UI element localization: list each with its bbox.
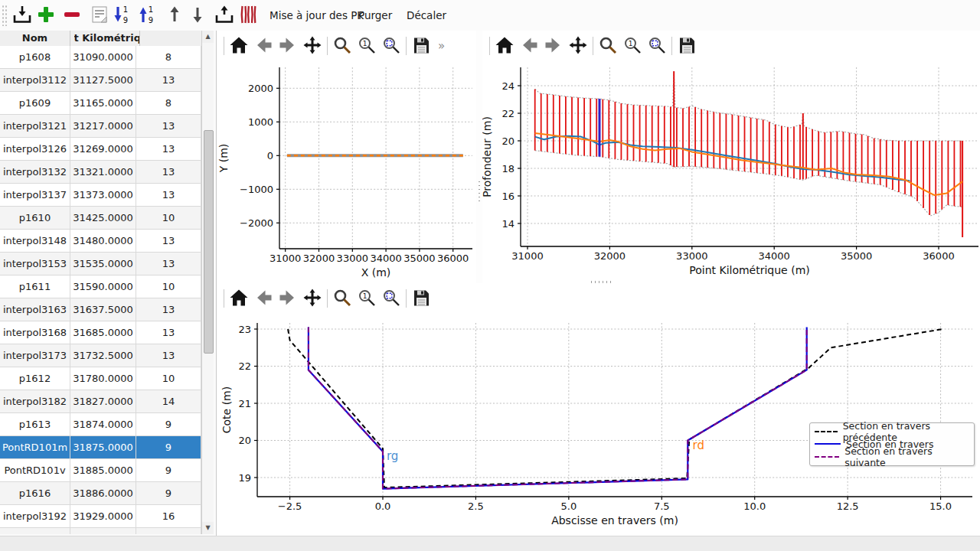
table-row-interpol3132[interactable]: interpol313231321.000013 xyxy=(0,161,201,184)
zoom-button[interactable] xyxy=(596,34,620,58)
form-button[interactable] xyxy=(88,4,111,27)
table-row-p1613[interactable]: p161331874.00009 xyxy=(0,413,201,436)
table-row-interpol3137[interactable]: interpol313731373.000013 xyxy=(0,184,201,207)
table-row-empty[interactable] xyxy=(0,528,201,534)
table-row-PontRD101v[interactable]: PontRD101v31885.00009 xyxy=(0,459,201,482)
zoom-one-button[interactable]: 1 xyxy=(354,34,379,58)
forward-button[interactable] xyxy=(541,34,566,58)
cell-points: 10 xyxy=(136,207,201,230)
vertical-splitter[interactable] xyxy=(476,31,482,283)
zoom-rect-button[interactable] xyxy=(379,286,403,311)
sections-panel: Nom t Kilométriqu Points p160831090.0000… xyxy=(0,31,217,536)
back-button[interactable] xyxy=(251,286,276,311)
svg-text:15.0: 15.0 xyxy=(929,500,952,512)
trace-chart[interactable]: 310003200033000340003500036000200010000−… xyxy=(217,61,476,283)
table-row-interpol3192[interactable]: interpol319231929.000016 xyxy=(0,505,201,528)
move-up-button[interactable] xyxy=(163,4,186,27)
menu-item-purger[interactable]: Purger xyxy=(355,0,395,31)
cell-pk: 31590.0000 xyxy=(70,276,136,298)
svg-text:2000: 2000 xyxy=(248,83,273,94)
horizontal-splitter[interactable] xyxy=(590,281,612,283)
save-button[interactable] xyxy=(409,34,433,58)
table-scrollbar[interactable]: ▲ ▼ xyxy=(201,31,214,534)
svg-text:32000: 32000 xyxy=(303,253,335,264)
pan-button[interactable] xyxy=(300,34,325,58)
scroll-down-button[interactable]: ▼ xyxy=(202,522,214,534)
table-row-interpol3163[interactable]: interpol316331637.500013 xyxy=(0,298,201,321)
svg-text:1: 1 xyxy=(629,40,633,47)
svg-text:12.5: 12.5 xyxy=(837,500,859,512)
table-header[interactable]: Nom t Kilométriqu Points xyxy=(0,31,201,47)
table-row-p1616[interactable]: p161631886.00009 xyxy=(0,482,201,505)
cell-points: 13 xyxy=(136,115,201,138)
svg-text:5.0: 5.0 xyxy=(561,500,577,512)
pan-button[interactable] xyxy=(300,286,325,311)
zoom-button[interactable] xyxy=(330,34,354,58)
home-button[interactable] xyxy=(492,34,517,58)
remove-button[interactable] xyxy=(60,4,83,27)
forward-button[interactable] xyxy=(276,34,300,58)
svg-text:16: 16 xyxy=(501,191,514,202)
scroll-up-button[interactable]: ▲ xyxy=(202,31,214,43)
toolbar-overflow-button[interactable]: » xyxy=(433,39,449,53)
table-row-interpol3182[interactable]: interpol318231827.000014 xyxy=(0,390,201,413)
sections-button[interactable] xyxy=(237,4,260,27)
zoom-one-button[interactable]: 1 xyxy=(620,34,645,58)
column-header-point-kilometrique[interactable]: t Kilométriqu xyxy=(74,31,140,46)
move-down-button[interactable] xyxy=(186,4,209,27)
table-row-p1608[interactable]: p160831090.00008 xyxy=(0,46,201,69)
column-header-nom[interactable]: Nom xyxy=(0,31,70,46)
zoom-rect-button[interactable] xyxy=(645,34,669,58)
sort-ascending-button[interactable]: 19 xyxy=(136,4,158,27)
table-row-interpol3121[interactable]: interpol312131217.000013 xyxy=(0,115,201,138)
profile-chart[interactable]: 3100032000330003400035000360002422201816… xyxy=(482,61,980,283)
svg-text:23: 23 xyxy=(238,324,251,335)
section-nav-toolbar: 1 xyxy=(217,283,433,314)
back-button[interactable] xyxy=(251,34,276,58)
svg-text:32000: 32000 xyxy=(594,250,626,262)
save-button[interactable] xyxy=(409,286,433,311)
svg-text:21: 21 xyxy=(238,398,251,409)
cell-nom: p1612 xyxy=(0,367,70,390)
svg-text:34000: 34000 xyxy=(370,253,401,264)
svg-text:35000: 35000 xyxy=(403,253,435,264)
sort-descending-button[interactable]: 19 xyxy=(110,4,133,27)
cell-points: 13 xyxy=(136,298,201,321)
cell-points: 13 xyxy=(136,184,201,207)
menu-item-decaler[interactable]: Décaler xyxy=(403,0,449,31)
cell-pk: 31217.0000 xyxy=(70,115,136,138)
home-button[interactable] xyxy=(227,34,251,58)
table-row-interpol3153[interactable]: interpol315331535.000013 xyxy=(0,253,201,276)
move-down-icon xyxy=(187,4,208,28)
table-row-interpol3112[interactable]: interpol311231127.500013 xyxy=(0,69,201,92)
pan-button[interactable] xyxy=(566,34,590,58)
back-button[interactable] xyxy=(517,34,541,58)
forward-button[interactable] xyxy=(276,286,300,311)
legend-line-courante xyxy=(815,443,841,445)
export-button[interactable] xyxy=(213,4,236,27)
menu-item-mise-a-jour-pk[interactable]: Mise à jour des PK xyxy=(266,0,367,31)
home-button[interactable] xyxy=(227,286,251,311)
cell-points: 9 xyxy=(136,482,201,505)
import-button[interactable] xyxy=(11,4,34,27)
svg-text:Y (m): Y (m) xyxy=(217,144,230,174)
zoom-one-button[interactable]: 1 xyxy=(354,286,379,311)
table-row-p1609[interactable]: p160931165.00008 xyxy=(0,92,201,115)
table-row-p1612[interactable]: p161231780.000010 xyxy=(0,367,201,390)
add-button[interactable] xyxy=(34,4,57,27)
zoom-button[interactable] xyxy=(330,286,354,311)
table-row-interpol3168[interactable]: interpol316831685.000013 xyxy=(0,321,201,344)
zoom-rect-button[interactable] xyxy=(379,34,403,58)
table-row-p1611[interactable]: p161131590.000010 xyxy=(0,276,201,298)
table-row-p1610[interactable]: p161031425.000010 xyxy=(0,207,201,230)
cell-points: 13 xyxy=(136,321,201,344)
cell-pk: 31637.5000 xyxy=(70,298,136,321)
save-button[interactable] xyxy=(675,34,699,58)
table-row-interpol3126[interactable]: interpol312631269.000013 xyxy=(0,138,201,161)
toolbar-grip[interactable] xyxy=(2,5,8,26)
table-row-interpol3148[interactable]: interpol314831480.000013 xyxy=(0,230,201,253)
table-row-PontRD101m[interactable]: PontRD101m31875.00009 xyxy=(0,436,201,459)
scrollbar-thumb[interactable] xyxy=(204,130,214,354)
forward-icon xyxy=(278,288,298,310)
table-row-interpol3173[interactable]: interpol317331732.500013 xyxy=(0,344,201,367)
